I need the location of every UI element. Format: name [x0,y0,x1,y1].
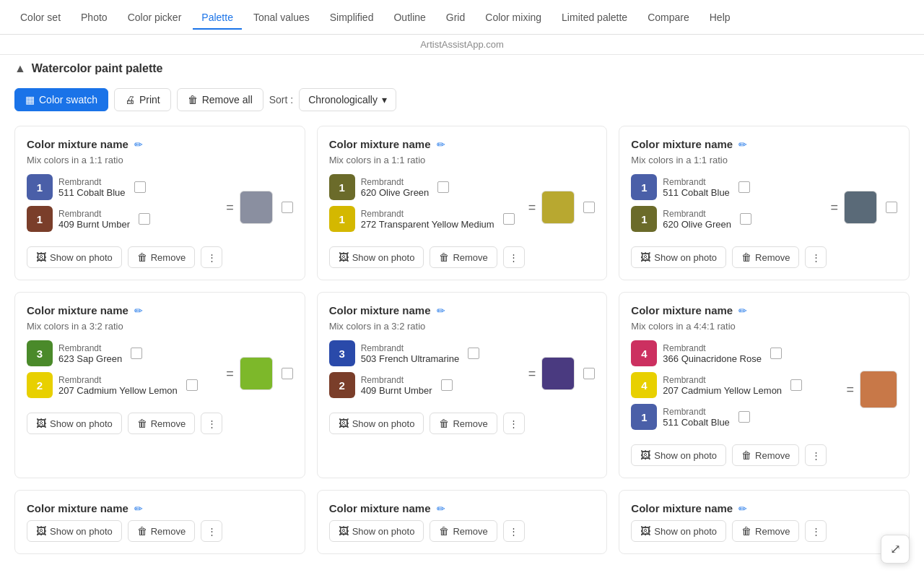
edit-icon[interactable]: ✏ [738,305,747,316]
show-on-photo-button[interactable]: 🖼 Show on photo [631,444,726,466]
remove-button[interactable]: 🗑 Remove [430,413,497,434]
remove-button[interactable]: 🗑 Remove [128,520,195,542]
color-checkbox[interactable] [503,213,515,225]
more-button[interactable]: ⋮ [201,413,222,434]
nav-palette[interactable]: Palette [193,6,242,29]
color-checkbox[interactable] [740,213,751,225]
remove-button[interactable]: 🗑 Remove [128,413,195,434]
edit-icon[interactable]: ✏ [437,305,445,316]
brand-name: Rembrandt [361,375,432,385]
collapse-button[interactable]: ▲ [14,62,26,75]
edit-icon[interactable]: ✏ [134,305,143,316]
paint-name: 511 Cobalt Blue [58,187,126,198]
sort-select[interactable]: Chronologically ▾ [299,88,396,111]
color-badge: 1 [329,174,355,200]
show-on-photo-label: Show on photo [50,526,113,537]
color-checkbox[interactable] [738,181,750,193]
color-checkbox[interactable] [186,379,198,391]
color-swatch-button[interactable]: ▦ Color swatch [14,88,108,111]
color-checkbox[interactable] [468,348,479,359]
color-badge: 3 [329,340,355,366]
color-checkbox[interactable] [437,181,449,193]
expand-button[interactable]: ⤢ [881,535,910,560]
nav-color-set[interactable]: Color set [12,6,69,29]
color-info: Rembrandt207 Cadmium Yellow Lemon [58,375,178,396]
show-on-photo-button[interactable]: 🖼 Show on photo [329,246,424,268]
nav-simplified[interactable]: Simplified [321,6,383,29]
remove-button[interactable]: 🗑 Remove [732,520,799,542]
nav-outline[interactable]: Outline [385,6,434,29]
edit-icon[interactable]: ✏ [134,139,143,150]
remove-label: Remove [755,450,790,461]
show-on-photo-button[interactable]: 🖼 Show on photo [329,520,424,542]
nav-help[interactable]: Help [701,6,739,29]
color-checkbox[interactable] [134,181,146,193]
color-checkbox[interactable] [738,411,750,423]
edit-icon[interactable]: ✏ [437,503,445,514]
show-on-photo-button[interactable]: 🖼 Show on photo [329,413,424,434]
more-button[interactable]: ⋮ [201,246,222,268]
color-checkbox[interactable] [770,348,782,359]
result-checkbox[interactable] [583,368,595,379]
color-info: Rembrandt620 Olive Green [361,177,430,198]
paint-name: 272 Transparent Yellow Medium [361,219,494,230]
more-icon: ⋮ [811,526,821,537]
nav-color-mixing[interactable]: Color mixing [476,6,550,29]
remove-button[interactable]: 🗑 Remove [430,246,497,268]
remove-button[interactable]: 🗑 Remove [128,246,195,268]
more-icon: ⋮ [207,526,217,537]
result-checkbox[interactable] [886,202,897,213]
card-title: Color mixture name [329,304,431,316]
more-button[interactable]: ⋮ [805,520,827,542]
more-button[interactable]: ⋮ [805,444,827,466]
nav-compare[interactable]: Compare [639,6,698,29]
edit-icon[interactable]: ✏ [738,139,747,150]
color-info: Rembrandt207 Cadmium Yellow Lemon [663,375,782,396]
remove-label: Remove [151,526,186,537]
more-button[interactable]: ⋮ [503,413,525,434]
card-title-row: Color mixture name✏ [631,138,897,150]
show-on-photo-button[interactable]: 🖼 Show on photo [27,413,122,434]
edit-icon[interactable]: ✏ [134,503,143,514]
nav-color-picker[interactable]: Color picker [119,6,191,29]
nav-tonal-values[interactable]: Tonal values [245,6,318,29]
color-checkbox[interactable] [131,348,142,359]
print-button[interactable]: 🖨 Print [114,88,171,111]
app-subtitle: ArtistAssistApp.com [0,35,924,55]
swatch-icon: ▦ [25,94,35,105]
more-button[interactable]: ⋮ [503,246,525,268]
remove-button[interactable]: 🗑 Remove [732,246,799,268]
card-title-row: Color mixture name✏ [631,502,897,514]
ratio-text: Mix colors in a 1:1 ratio [27,155,293,165]
edit-icon[interactable]: ✏ [738,503,747,514]
more-button[interactable]: ⋮ [503,520,525,542]
show-on-photo-button[interactable]: 🖼 Show on photo [27,246,122,268]
show-on-photo-button[interactable]: 🖼 Show on photo [631,246,726,268]
image-icon: 🖼 [640,525,650,537]
nav-grid[interactable]: Grid [437,6,474,29]
color-row-0: 1Rembrandt620 Olive Green [329,174,515,200]
more-button[interactable]: ⋮ [201,520,222,542]
nav-limited-palette[interactable]: Limited palette [553,6,636,29]
show-on-photo-button[interactable]: 🖼 Show on photo [27,520,122,542]
color-badge: 4 [631,372,657,398]
result-checkbox[interactable] [282,368,293,379]
remove-button[interactable]: 🗑 Remove [430,520,497,542]
color-checkbox[interactable] [139,213,150,225]
show-on-photo-button[interactable]: 🖼 Show on photo [631,520,726,542]
edit-icon[interactable]: ✏ [437,139,445,150]
result-checkbox[interactable] [282,202,293,213]
more-button[interactable]: ⋮ [805,246,827,268]
color-row-1: 4Rembrandt207 Cadmium Yellow Lemon [631,372,802,398]
card-actions: 🖼 Show on photo🗑 Remove⋮ [631,444,897,466]
image-icon: 🖼 [640,449,650,461]
remove-all-button[interactable]: 🗑 Remove all [177,88,263,111]
nav-photo[interactable]: Photo [72,6,116,29]
remove-button[interactable]: 🗑 Remove [732,444,799,466]
color-checkbox[interactable] [790,379,802,391]
card-actions: 🖼 Show on photo🗑 Remove⋮ [329,246,596,268]
color-checkbox[interactable] [441,379,453,391]
more-icon: ⋮ [207,252,217,263]
result-checkbox[interactable] [583,202,595,213]
show-on-photo-label: Show on photo [352,418,415,429]
